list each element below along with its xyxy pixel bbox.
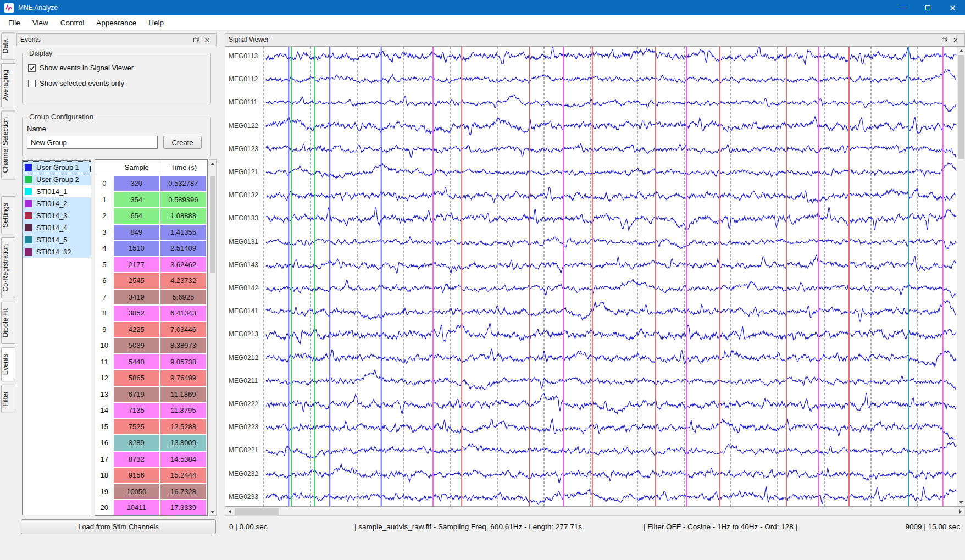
scroll-down-arrow[interactable] [209, 508, 216, 515]
tab-filter[interactable]: Filter [1, 385, 15, 413]
channel-label-meg0211[interactable]: MEG0211 [229, 377, 264, 385]
sample-cell[interactable]: 9156 [114, 468, 159, 483]
sample-cell[interactable]: 5440 [114, 354, 159, 370]
time-cell[interactable]: 2.51409 [160, 241, 206, 256]
table-row[interactable]: 15752512.5288 [95, 419, 207, 435]
group-item-sti014-1[interactable]: STI014_1 [23, 185, 91, 197]
scroll-thumb[interactable] [210, 176, 215, 273]
close-button[interactable]: ✕ [940, 0, 965, 15]
sample-cell[interactable]: 5039 [114, 338, 159, 353]
sample-cell[interactable]: 7135 [114, 403, 159, 418]
sample-cell[interactable]: 3419 [114, 290, 159, 305]
scroll-right-arrow[interactable] [956, 507, 964, 515]
sample-cell[interactable]: 10050 [114, 484, 159, 500]
channel-label-meg0111[interactable]: MEG0111 [229, 98, 264, 106]
scroll-left-arrow[interactable] [225, 507, 234, 515]
tab-events[interactable]: Events [1, 347, 15, 381]
channel-label-meg0232[interactable]: MEG0232 [229, 470, 264, 478]
table-row[interactable]: 191005016.7328 [95, 484, 207, 500]
sample-cell[interactable]: 1510 [114, 241, 159, 256]
time-cell[interactable]: 5.6925 [160, 290, 206, 305]
channel-label-meg0233[interactable]: MEG0233 [229, 493, 264, 501]
time-cell[interactable]: 1.41355 [160, 225, 206, 240]
channel-label-meg0143[interactable]: MEG0143 [229, 261, 264, 269]
signal-plot[interactable]: MEG0113MEG0112MEG0111MEG0122MEG0123MEG01… [225, 47, 957, 506]
sample-cell[interactable]: 8289 [114, 435, 159, 451]
tab-averaging[interactable]: Averaging [1, 63, 15, 107]
time-cell[interactable]: 3.62462 [160, 257, 206, 273]
signal-close-button[interactable]: × [950, 35, 961, 45]
table-row[interactable]: 03200.532787 [95, 175, 207, 192]
channel-label-meg0123[interactable]: MEG0123 [229, 145, 264, 153]
tab-settings[interactable]: Settings [1, 196, 15, 234]
tab-data[interactable]: Data [1, 32, 15, 60]
scroll-down-arrow[interactable] [957, 498, 965, 506]
table-row[interactable]: 14713511.8795 [95, 402, 207, 419]
minimize-button[interactable] [891, 0, 916, 15]
sample-cell[interactable]: 10411 [114, 500, 159, 515]
group-name-input[interactable] [27, 136, 158, 149]
menu-appearance[interactable]: Appearance [90, 16, 142, 30]
table-row[interactable]: 18915615.2444 [95, 467, 207, 484]
channel-label-meg0221[interactable]: MEG0221 [229, 446, 264, 454]
table-row[interactable]: 17873214.5384 [95, 451, 207, 468]
table-row[interactable]: 521773.62462 [95, 257, 207, 273]
menu-help[interactable]: Help [142, 16, 170, 30]
sample-cell[interactable]: 654 [114, 208, 159, 224]
table-row[interactable]: 38491.41355 [95, 224, 207, 241]
channel-label-meg0212[interactable]: MEG0212 [229, 354, 264, 362]
time-cell[interactable]: 6.41343 [160, 306, 206, 321]
time-cell[interactable]: 14.5384 [160, 452, 206, 467]
channel-label-meg0122[interactable]: MEG0122 [229, 122, 264, 130]
sample-cell[interactable]: 8732 [114, 452, 159, 467]
events-float-button[interactable] [191, 35, 202, 45]
sample-cell[interactable]: 320 [114, 176, 159, 191]
sample-cell[interactable]: 849 [114, 225, 159, 240]
signal-vertical-scrollbar[interactable] [957, 47, 965, 506]
sample-cell[interactable]: 354 [114, 192, 159, 208]
table-row[interactable]: 13671911.1869 [95, 386, 207, 403]
menu-view[interactable]: View [26, 16, 54, 30]
events-close-button[interactable]: × [202, 35, 213, 45]
table-row[interactable]: 838526.41343 [95, 305, 207, 321]
channel-label-meg0142[interactable]: MEG0142 [229, 284, 264, 292]
sample-column-header[interactable]: Sample [114, 160, 160, 175]
sample-cell[interactable]: 5865 [114, 370, 159, 386]
group-item-sti014-32[interactable]: STI014_32 [23, 246, 91, 258]
group-item-user-group-1[interactable]: User Group 1 [23, 161, 91, 173]
channel-label-meg0121[interactable]: MEG0121 [229, 168, 264, 176]
table-row[interactable]: 942257.03446 [95, 321, 207, 338]
channel-label-meg0132[interactable]: MEG0132 [229, 191, 264, 199]
time-cell[interactable]: 0.532787 [160, 176, 206, 191]
time-cell[interactable]: 11.8795 [160, 403, 206, 418]
time-cell[interactable]: 9.76499 [160, 370, 206, 386]
table-row[interactable]: 625454.23732 [95, 273, 207, 289]
group-item-user-group-2[interactable]: User Group 2 [23, 173, 91, 185]
table-row[interactable]: 1050398.38973 [95, 337, 207, 354]
group-item-sti014-3[interactable]: STI014_3 [23, 209, 91, 221]
scroll-thumb[interactable] [235, 508, 279, 515]
group-item-sti014-5[interactable]: STI014_5 [23, 234, 91, 246]
scroll-up-arrow[interactable] [957, 47, 965, 54]
channel-label-meg0113[interactable]: MEG0113 [229, 52, 264, 60]
tab-dipole-fit[interactable]: Dipole Fit [1, 302, 15, 344]
channel-label-meg0133[interactable]: MEG0133 [229, 214, 264, 222]
time-cell[interactable]: 15.2444 [160, 468, 206, 483]
create-group-button[interactable]: Create [163, 136, 202, 149]
menu-file[interactable]: File [2, 16, 26, 30]
channel-label-meg0223[interactable]: MEG0223 [229, 423, 264, 431]
table-row[interactable]: 415102.51409 [95, 240, 207, 257]
sample-cell[interactable]: 3852 [114, 306, 159, 321]
menu-control[interactable]: Control [54, 16, 91, 30]
signal-float-button[interactable] [939, 35, 950, 45]
time-cell[interactable]: 4.23732 [160, 273, 206, 289]
table-row[interactable]: 734195.6925 [95, 289, 207, 306]
time-column-header[interactable]: Time (s) [160, 160, 207, 175]
show-selected-checkbox[interactable] [28, 80, 36, 87]
table-row[interactable]: 13540.589396 [95, 192, 207, 208]
load-from-stim-button[interactable]: Load from Stim Channels [21, 519, 216, 534]
time-cell[interactable]: 11.1869 [160, 387, 206, 402]
group-item-sti014-2[interactable]: STI014_2 [23, 197, 91, 209]
tab-channel-selection[interactable]: Channel Selection [1, 110, 15, 179]
event-table-scrollbar[interactable] [209, 159, 217, 516]
